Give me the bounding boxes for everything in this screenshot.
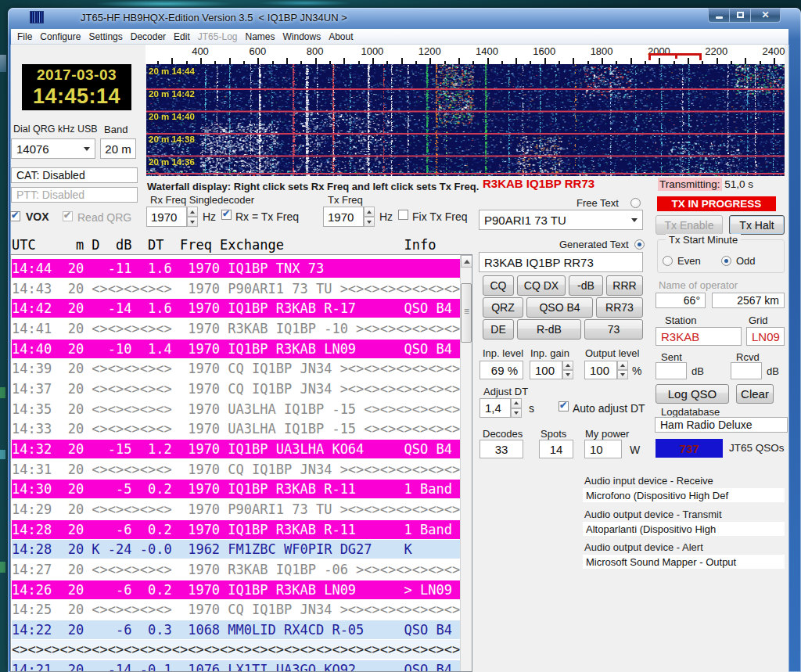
- generated-text-input[interactable]: R3KAB IQ1BP RR73: [479, 252, 643, 272]
- decode-row[interactable]: 14:22 20 -6 0.3 1068 MM0LID RX4CD R-05 Q…: [12, 620, 461, 641]
- rx-freq-input[interactable]: 1970: [146, 207, 187, 227]
- operator-name-label: Name of operator: [659, 279, 738, 291]
- close-button[interactable]: ✕: [751, 8, 781, 23]
- decode-table[interactable]: 14:44 20 -11 1.6 1970 IQ1BP TNX 7314:43 …: [10, 254, 472, 672]
- menu-settings[interactable]: Settings: [84, 31, 126, 42]
- decode-row[interactable]: 14:42 20 -14 1.6 1970 IQ1BP R3KAB R-17 Q…: [12, 299, 461, 319]
- decode-row[interactable]: 14:39 20 <><><><><> 1970 CQ IQ1BP JN34 >…: [12, 359, 461, 379]
- scroll-thumb[interactable]: [461, 283, 472, 343]
- decode-row[interactable]: 14:28 20 K -24 -0.0 1962 FM1ZBC WF0PIR D…: [12, 540, 461, 560]
- vox-checkbox[interactable]: [10, 211, 20, 221]
- rx-eq-tx-checkbox[interactable]: [221, 210, 232, 220]
- audio-device-label: Audio output device - Transmit: [584, 508, 722, 520]
- free-text-label: Free Text: [577, 197, 619, 209]
- decode-row[interactable]: 14:37 20 <><><><><> 1970 CQ IQ1BP JN34 >…: [12, 379, 461, 400]
- my-power-value[interactable]: 10: [584, 440, 622, 458]
- adjust-dt-value[interactable]: 1,4: [480, 398, 511, 418]
- desktop-icon-fragment: [0, 55, 6, 72]
- output-level-spinner[interactable]: [617, 361, 628, 379]
- tx-freq-input[interactable]: 1970: [323, 207, 364, 227]
- free-text-combo[interactable]: P90ARI1 73 TU: [479, 210, 643, 230]
- tx-enable-button[interactable]: Tx Enable: [656, 215, 723, 235]
- menu-configure[interactable]: Configure: [36, 31, 84, 42]
- auto-adjust-dt-checkbox[interactable]: [559, 401, 569, 411]
- decode-row[interactable]: 14:32 20 -15 1.2 1970 IQ1BP UA3LHA KO64 …: [12, 440, 461, 460]
- macro-button-cq[interactable]: CQ: [483, 275, 514, 296]
- decode-row[interactable]: 14:29 20 <><><><><> 1970 P90ARI1 73 TU >…: [12, 500, 461, 520]
- decode-row[interactable]: 14:31 20 <><><><><> 1970 CQ IQ1BP JN34 >…: [12, 460, 461, 480]
- log-qso-button[interactable]: Log QSO: [656, 384, 729, 404]
- decode-row[interactable]: 14:40 20 -10 1.4 1970 IQ1BP R3KAB LN09 Q…: [12, 340, 461, 360]
- decode-row[interactable]: 14:41 20 <><><><><> 1970 R3KAB IQ1BP -10…: [12, 319, 461, 340]
- auto-adjust-dt-label: Auto adjust DT: [573, 402, 645, 415]
- decode-row[interactable]: 14:27 20 <><><><><> 1970 R3KAB IQ1BP -06…: [12, 560, 461, 580]
- sent-input[interactable]: [656, 362, 687, 379]
- fix-tx-checkbox[interactable]: [398, 210, 408, 220]
- dial-qrg-combo[interactable]: 14076: [11, 138, 95, 159]
- output-level-value[interactable]: 100: [584, 361, 617, 379]
- decode-row[interactable]: 14:25 20 <><><><><> 1970 CQ IQ1BP JN34 >…: [12, 600, 461, 620]
- cat-status: CAT: Disabled: [11, 167, 138, 183]
- inp-gain-value[interactable]: 100: [530, 361, 562, 379]
- rx-freq-label: Rx Freq Singledecoder: [150, 194, 254, 206]
- window-border-line: [788, 45, 789, 672]
- menu-about[interactable]: About: [325, 31, 357, 42]
- macro-button-qso-b4[interactable]: QSO B4: [526, 297, 593, 318]
- decode-row[interactable]: 14:33 20 <><><><><> 1970 UA3LHA IQ1BP -1…: [12, 419, 461, 440]
- grid-input[interactable]: LN09: [746, 327, 785, 346]
- decodes-value: 33: [480, 440, 523, 458]
- macro-button-rr73[interactable]: RR73: [596, 297, 643, 318]
- odd-label: Odd: [736, 255, 756, 267]
- waterfall-timestamp: 20 m 14:44: [149, 66, 195, 76]
- even-radio[interactable]: [663, 256, 673, 266]
- decode-row[interactable]: 14:44 20 -11 1.6 1970 IQ1BP TNX 73: [12, 259, 461, 279]
- menu-windows[interactable]: Windows: [279, 31, 325, 42]
- odd-radio[interactable]: [721, 256, 731, 266]
- macro-button--db[interactable]: -dB: [569, 275, 603, 296]
- macro-button-qrz[interactable]: QRZ: [483, 297, 523, 318]
- utc-clock: 2017-03-03 14:45:14: [22, 64, 131, 110]
- macro-button-rrr[interactable]: RRR: [606, 275, 643, 296]
- decode-row[interactable]: 14:26 20 -6 0.2 1970 IQ1BP R3KAB LN09 > …: [12, 580, 461, 601]
- minimize-button[interactable]: [708, 8, 730, 23]
- read-qrg-checkbox[interactable]: [63, 211, 73, 221]
- decode-row[interactable]: 14:43 20 <><><><><> 1970 P90ARI1 73 TU >…: [12, 279, 461, 300]
- scale-tick: [630, 58, 632, 64]
- desktop-icon-fragment: [0, 387, 5, 398]
- menu-jt65-log[interactable]: JT65-Log: [194, 31, 242, 42]
- scale-tick: [171, 58, 173, 64]
- maximize-button[interactable]: [730, 8, 751, 23]
- scale-tick: [458, 58, 460, 64]
- adjust-dt-spinner[interactable]: [511, 398, 522, 418]
- waterfall-display[interactable]: [146, 64, 785, 176]
- menu-names[interactable]: Names: [241, 31, 278, 42]
- free-text-radio[interactable]: [630, 198, 641, 208]
- rx-freq-spinner[interactable]: [187, 207, 198, 227]
- decode-row[interactable]: 14:28 20 -6 0.2 1970 IQ1BP R3KAB R-11 1 …: [12, 520, 461, 541]
- tx-halt-button[interactable]: Tx Halt: [729, 215, 785, 235]
- output-level-unit: %: [632, 365, 641, 377]
- generated-text-radio[interactable]: [634, 239, 645, 250]
- menu-decoder[interactable]: Decoder: [127, 31, 170, 42]
- decode-row[interactable]: 14:30 20 -5 0.2 1970 IQ1BP R3KAB R-11 1 …: [12, 480, 461, 500]
- macro-button-r-db[interactable]: R-dB: [517, 319, 581, 340]
- menu-file[interactable]: File: [13, 31, 36, 42]
- tx-freq-spinner[interactable]: [364, 207, 375, 227]
- decode-row[interactable]: 14:35 20 <><><><><> 1970 UA3LHA IQ1BP -1…: [12, 400, 461, 420]
- decode-row[interactable]: <><><><><><><><><><><><><><><><><><><><>…: [12, 640, 461, 660]
- decode-row[interactable]: 14:21 20 -14 -0.1 1076 LX1TI UA3GQ KO92 …: [12, 660, 461, 672]
- menu-edit[interactable]: Edit: [170, 31, 194, 42]
- scroll-up-arrow[interactable]: [461, 255, 472, 268]
- station-input[interactable]: R3KAB: [656, 327, 742, 346]
- scale-label: 1200: [418, 45, 441, 57]
- read-qrg-label: Read QRG: [77, 211, 131, 224]
- macro-button-73[interactable]: 73: [584, 319, 643, 340]
- inp-gain-spinner[interactable]: [562, 361, 573, 379]
- table-scrollbar[interactable]: [460, 255, 472, 671]
- macro-button-de[interactable]: DE: [483, 319, 514, 340]
- macro-button-cq-dx[interactable]: CQ DX: [517, 275, 566, 296]
- clock-time: 14:45:14: [33, 84, 120, 109]
- rcvd-input[interactable]: [731, 362, 762, 379]
- scale-label: 1400: [476, 45, 498, 57]
- clear-button[interactable]: Clear: [736, 384, 774, 404]
